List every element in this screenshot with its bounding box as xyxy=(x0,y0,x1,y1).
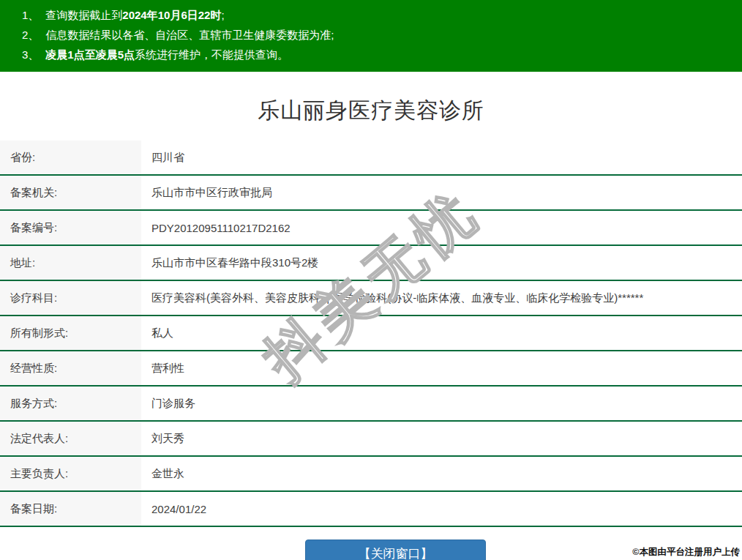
notice-text: 查询数据截止到 xyxy=(45,9,122,21)
notice-banner: 1、查询数据截止到2024年10月6日22时; 2、信息数据结果以各省、自治区、… xyxy=(0,0,742,72)
notice-number: 2、 xyxy=(22,29,39,41)
row-value: 2024/01/22 xyxy=(141,492,742,526)
row-value: PDY20120951110217D2162 xyxy=(141,211,742,244)
notice-text: 信息数据结果以各省、自治区、直辖市卫生健康委数据为准; xyxy=(45,29,334,41)
row-label: 主要负责人: xyxy=(0,457,141,490)
notice-item: 2、信息数据结果以各省、自治区、直辖市卫生健康委数据为准; xyxy=(22,25,735,45)
close-window-button[interactable]: 【关闭窗口】 xyxy=(305,540,486,560)
row-label: 经营性质: xyxy=(0,351,141,385)
table-row: 服务方式: 门诊服务 xyxy=(0,387,742,422)
table-row: 省份: 四川省 xyxy=(0,141,742,176)
row-label: 诊疗科目: xyxy=(0,281,141,315)
notice-number: 1、 xyxy=(22,9,39,21)
table-row: 法定代表人: 刘天秀 xyxy=(0,422,742,457)
row-value: 四川省 xyxy=(141,141,742,174)
row-label: 备案编号: xyxy=(0,211,141,244)
table-row: 主要负责人: 金世永 xyxy=(0,457,742,492)
row-value: 私人 xyxy=(141,316,742,350)
clinic-name-title: 乐山丽身医疗美容诊所 xyxy=(0,72,742,126)
row-value: 营利性 xyxy=(141,351,742,385)
row-label: 备案日期: xyxy=(0,492,141,526)
table-row: 经营性质: 营利性 xyxy=(0,351,742,387)
row-label: 服务方式: xyxy=(0,387,141,420)
notice-number: 3、 xyxy=(22,48,39,61)
notice-text: 系统进行维护，不能提供查询。 xyxy=(135,48,288,61)
table-row: 诊疗科目: 医疗美容科(美容外科、美容皮肤科) | 医学检验科(协议-临床体液、… xyxy=(0,281,742,316)
upload-credit: ©本图由平台注册用户上传 xyxy=(632,546,740,559)
row-label: 省份: xyxy=(0,141,141,174)
row-value: 医疗美容科(美容外科、美容皮肤科) | 医学检验科(协议-临床体液、血液专业、临… xyxy=(141,281,742,315)
table-row: 备案机关: 乐山市市中区行政审批局 xyxy=(0,176,742,211)
row-label: 法定代表人: xyxy=(0,422,141,455)
row-value: 金世永 xyxy=(141,457,742,490)
row-label: 所有制形式: xyxy=(0,316,141,350)
row-value: 乐山市市中区行政审批局 xyxy=(141,176,742,209)
table-row: 所有制形式: 私人 xyxy=(0,316,742,351)
row-value: 乐山市市中区春华路中段310号2楼 xyxy=(141,246,742,280)
table-row: 备案编号: PDY20120951110217D2162 xyxy=(0,211,742,246)
row-value: 刘天秀 xyxy=(141,422,742,455)
row-value: 门诊服务 xyxy=(141,387,742,420)
notice-text-bold: 凌晨1点至凌晨5点 xyxy=(45,48,135,61)
registration-info-table: 省份: 四川省 备案机关: 乐山市市中区行政审批局 备案编号: PDY20120… xyxy=(0,141,742,527)
notice-text: ; xyxy=(221,9,224,21)
row-label: 备案机关: xyxy=(0,176,141,209)
table-row: 地址: 乐山市市中区春华路中段310号2楼 xyxy=(0,246,742,281)
row-label: 地址: xyxy=(0,246,141,280)
notice-item: 3、凌晨1点至凌晨5点系统进行维护，不能提供查询。 xyxy=(22,45,735,64)
notice-item: 1、查询数据截止到2024年10月6日22时; xyxy=(22,5,735,25)
notice-text-bold: 2024年10月6日22时 xyxy=(122,9,221,21)
table-row: 备案日期: 2024/01/22 xyxy=(0,492,742,527)
